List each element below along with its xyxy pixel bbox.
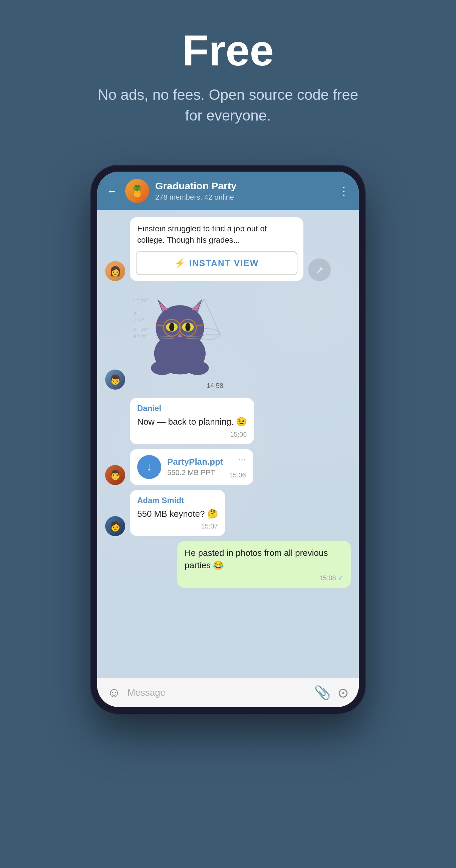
avatar-boy3: 🧑 [105,516,125,536]
my-time: 15:08 ✓ [185,574,343,582]
group-avatar: 🍍 [125,179,149,203]
svg-text:t = πr²: t = πr² [133,298,148,303]
group-name: Graduation Party [155,180,332,192]
file-info: PartyPlan.ppt 550.2 MB PPT [167,457,223,477]
message-input-placeholder[interactable]: Message [127,687,307,698]
more-button[interactable]: ⋮ [338,184,349,198]
svg-text:V = l²: V = l² [133,317,144,322]
cat-sticker: t = πr² A = V = l² P = 2πr A = πr² s = √… [130,289,227,379]
daniel-time: 15:06 [137,431,247,438]
article-message-row: 👩 Einstein struggled to find a job out o… [105,217,351,281]
adam-bubble: Adam Smidt 550 MB keynote? 🤔 15:07 [130,490,225,536]
file-time: 15:06 [229,471,246,479]
svg-text:P = 2πr: P = 2πr [133,327,148,332]
adam-time: 15:07 [137,523,218,530]
emoji-button[interactable]: ☺ [107,685,121,700]
daniel-bubble: Daniel Now — back to planning. 😉 15:06 [130,398,254,444]
file-name: PartyPlan.ppt [167,457,223,467]
chat-body: 👩 Einstein struggled to find a job out o… [97,210,359,678]
svg-point-20 [169,323,174,332]
daniel-sender: Daniel [137,404,247,413]
hero-section: Free No ads, no fees. Open source code f… [0,0,456,146]
file-size: 550.2 MB PPT [167,468,223,477]
sticker-time: 14:58 [130,382,227,390]
file-message-row: 👨 ⋯ ↓ PartyPlan.ppt 550.2 MB PPT 15:06 [105,449,351,485]
hero-title: Free [182,27,274,74]
adam-text: 550 MB keynote? 🤔 [137,508,218,520]
attach-button[interactable]: 📎 [314,685,331,701]
avatar-boy1: 👦 [105,370,125,390]
my-bubble: He pasted in photos from all previous pa… [177,541,351,588]
svg-point-29 [151,361,174,375]
svg-point-30 [186,361,209,375]
check-mark: ✓ [338,574,343,582]
group-meta: 278 members, 42 online [155,193,332,202]
svg-text:A = πr²: A = πr² [133,334,147,339]
daniel-text: Now — back to planning. 😉 [137,416,247,428]
chat-header-info: Graduation Party 278 members, 42 online [155,180,332,202]
svg-point-21 [185,323,190,332]
share-button[interactable]: ↗ [308,258,331,281]
avatar-girl: 👩 [105,261,125,281]
phone-container: ← 🍍 Graduation Party 278 members, 42 onl… [91,165,365,713]
download-icon-circle[interactable]: ↓ [137,455,161,479]
camera-button[interactable]: ⊙ [337,685,349,701]
sticker-section: 👦 t = πr² A = V = l² P = 2πr A = πr² [105,289,351,390]
article-content: Einstein struggled to find a job out of … [130,217,303,251]
avatar-boy2: 👨 [105,465,125,485]
download-icon: ↓ [147,461,152,473]
daniel-message-row: Daniel Now — back to planning. 😉 15:06 [105,398,351,444]
chat-bottom-bar: ☺ Message 📎 ⊙ [97,678,359,707]
phone-shell: ← 🍍 Graduation Party 278 members, 42 onl… [91,165,365,713]
group-avatar-icon: 🍍 [130,184,144,198]
back-button[interactable]: ← [107,185,117,197]
instant-view-label: INSTANT VIEW [189,258,259,269]
adam-message-row: 🧑 Adam Smidt 550 MB keynote? 🤔 15:07 [105,490,351,536]
chat-header: ← 🍍 Graduation Party 278 members, 42 onl… [97,172,359,210]
svg-text:A =: A = [133,311,140,316]
my-text: He pasted in photos from all previous pa… [185,547,343,571]
file-bubble: ⋯ ↓ PartyPlan.ppt 550.2 MB PPT 15:06 [130,449,253,485]
more-icon-file: ⋯ [238,455,246,464]
my-message-row: He pasted in photos from all previous pa… [105,541,351,588]
hero-subtitle: No ads, no fees. Open source code free f… [94,85,362,126]
sticker-bubble-area: t = πr² A = V = l² P = 2πr A = πr² s = √… [130,289,227,390]
article-bubble: Einstein struggled to find a job out of … [130,217,303,281]
instant-view-icon: ⚡ [175,258,185,269]
phone-screen: ← 🍍 Graduation Party 278 members, 42 onl… [97,172,359,707]
article-text: Einstein struggled to find a job out of … [137,223,296,245]
instant-view-button[interactable]: ⚡ INSTANT VIEW [136,251,298,275]
adam-sender: Adam Smidt [137,496,218,505]
